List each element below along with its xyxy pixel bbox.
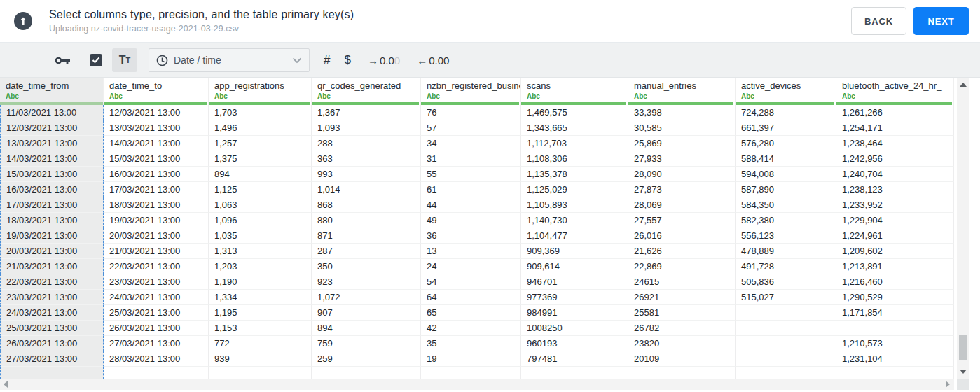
table-cell: 871 (312, 228, 421, 244)
table-cell: 15/03/2021 13:00 (104, 151, 209, 167)
table-cell: 797481 (521, 351, 628, 367)
table-row: 16/03/2021 13:0017/03/2021 13:001,1251,0… (0, 182, 954, 197)
column-header-manual_entries[interactable]: manual_entriesAbc (628, 78, 736, 105)
table-cell: 31 (421, 151, 521, 167)
table-cell: 34 (421, 136, 521, 151)
table-row: 12/03/2021 13:0013/03/2021 13:001,4961,0… (0, 120, 954, 136)
table-cell: 23820 (628, 336, 736, 351)
table-cell: 28,090 (628, 167, 736, 182)
table-cell-empty (104, 367, 209, 379)
table-cell: 584,350 (736, 197, 836, 213)
column-header-bluetooth_active_24_hr_[interactable]: bluetooth_active_24_hr_Abc (836, 78, 954, 105)
column-header-date_time_to[interactable]: date_time_toAbc (104, 78, 209, 105)
table-cell: 14/03/2021 13:00 (104, 136, 209, 151)
table-cell: 923 (312, 274, 421, 290)
table-cell: 21/03/2021 13:00 (0, 259, 104, 274)
column-underline (836, 102, 952, 105)
table-cell: 1,375 (209, 151, 312, 167)
column-header-active_devices[interactable]: active_devicesAbc (736, 78, 836, 105)
table-cell: 1,195 (209, 305, 312, 321)
scroll-up-icon[interactable] (960, 83, 967, 87)
table-cell: 1,242,956 (836, 151, 954, 167)
column-type-badge: Abc (427, 92, 520, 100)
table-cell: 984991 (521, 305, 628, 321)
table-cell: 1,313 (209, 244, 312, 259)
scroll-down-icon[interactable] (960, 370, 967, 374)
table-row: 22/03/2021 13:0023/03/2021 13:001,190923… (0, 274, 954, 290)
table-cell: 1,135,378 (521, 167, 628, 182)
next-button[interactable]: NEXT (913, 7, 969, 35)
table-cell: 1,140,730 (521, 213, 628, 228)
table-cell: 1,104,477 (521, 228, 628, 244)
table-cell: 576,280 (736, 136, 836, 151)
currency-type-button[interactable]: $ (344, 53, 350, 67)
table-row: 17/03/2021 13:0018/03/2021 13:001,063868… (0, 197, 954, 213)
table-cell: 491,728 (736, 259, 836, 274)
increase-precision-button[interactable]: ←0.00 (417, 55, 449, 66)
table-row: 27/03/2021 13:0028/03/2021 13:0093925919… (0, 351, 954, 367)
scroll-right-icon[interactable] (946, 381, 950, 388)
table-cell: 1,343,665 (521, 120, 628, 136)
table-cell-empty (736, 367, 836, 379)
column-header-date_time_from[interactable]: date_time_fromAbc (0, 78, 104, 105)
table-cell: 65 (421, 305, 521, 321)
table-row: 18/03/2021 13:0019/03/2021 13:001,096880… (0, 213, 954, 228)
upload-filename: Uploading nz-covid-tracer-usage-2021-03-… (49, 24, 354, 34)
table-cell: 1,216,460 (836, 274, 954, 290)
table-cell: 21,626 (628, 244, 736, 259)
column-header-app_registrations[interactable]: app_registrationsAbc (209, 78, 312, 105)
column-header-nzbn_registered_busine[interactable]: nzbn_registered_busineAbc (421, 78, 521, 105)
back-button[interactable]: BACK (851, 7, 906, 35)
table-cell-empty (312, 367, 421, 379)
table-cell: 14/03/2021 13:00 (0, 151, 104, 167)
table-cell: 556,123 (736, 228, 836, 244)
table-row: 14/03/2021 13:0015/03/2021 13:001,375363… (0, 151, 954, 167)
table-cell: 1,063 (209, 197, 312, 213)
table-cell: 960193 (521, 336, 628, 351)
table-cell: 28/03/2021 13:00 (104, 351, 209, 367)
table-cell: 49 (421, 213, 521, 228)
column-type-dropdown[interactable]: Date / time (149, 48, 310, 72)
page-header: Select columns type, precision, and the … (0, 0, 980, 43)
table-cell: 1,171,854 (836, 305, 954, 321)
column-type-badge: Abc (634, 92, 735, 100)
table-cell: 880 (312, 213, 421, 228)
table-cell: 24 (421, 259, 521, 274)
table-cell: 1,703 (209, 105, 312, 120)
table-cell: 939 (209, 351, 312, 367)
table-cell: 1,261,266 (836, 105, 954, 120)
data-preview-table: date_time_fromAbcdate_time_toAbcapp_regi… (0, 78, 954, 379)
table-cell: 1,233,952 (836, 197, 954, 213)
table-filler-row (0, 367, 954, 379)
table-cell: 13 (421, 244, 521, 259)
table-cell: 17/03/2021 13:00 (0, 197, 104, 213)
decrease-precision-button[interactable]: →0.00 (368, 55, 400, 66)
table-cell: 27/03/2021 13:00 (104, 336, 209, 351)
vertical-scrollbar[interactable] (957, 78, 969, 379)
table-cell: 1008250 (521, 321, 628, 336)
table-cell: 1,290,529 (836, 290, 954, 305)
text-type-label-small: T (126, 56, 131, 64)
primary-key-icon[interactable] (55, 55, 71, 66)
column-header-scans[interactable]: scansAbc (521, 78, 628, 105)
table-row: 24/03/2021 13:0025/03/2021 13:001,195907… (0, 305, 954, 321)
table-cell: 1,240,704 (836, 167, 954, 182)
include-column-checkbox[interactable] (90, 54, 102, 66)
table-row: 19/03/2021 13:0020/03/2021 13:001,035871… (0, 228, 954, 244)
table-row: 26/03/2021 13:0027/03/2021 13:0077275935… (0, 336, 954, 351)
vertical-scrollbar-thumb[interactable] (959, 335, 967, 360)
column-underline (104, 102, 207, 105)
clock-icon (156, 55, 168, 66)
table-cell: 26782 (628, 321, 736, 336)
table-cell: 16/03/2021 13:00 (0, 182, 104, 197)
table-cell: 25581 (628, 305, 736, 321)
table-cell: 26921 (628, 290, 736, 305)
number-type-button[interactable]: # (324, 53, 330, 67)
table-cell: 1,209,602 (836, 244, 954, 259)
scroll-left-icon[interactable] (4, 381, 8, 388)
table-cell: 587,890 (736, 182, 836, 197)
table-cell-empty (209, 367, 312, 379)
column-header-qr_codes_generated[interactable]: qr_codes_generatedAbc (312, 78, 421, 105)
horizontal-scrollbar[interactable] (0, 379, 954, 390)
text-type-button[interactable]: TT (112, 48, 137, 72)
